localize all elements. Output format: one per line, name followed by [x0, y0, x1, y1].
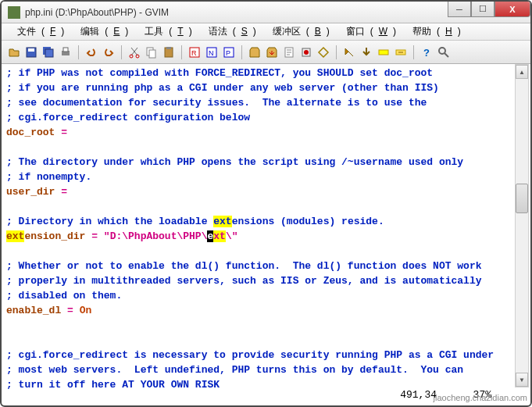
redo-icon[interactable] [101, 45, 116, 60]
scroll-up-button[interactable]: ▲ [516, 65, 528, 79]
editor-line [6, 244, 526, 259]
editor-line: ; turn it off here AT YOUR OWN RISK [6, 377, 526, 392]
menu-help[interactable]: 帮助(H) [402, 23, 466, 40]
menu-edit[interactable]: 编辑(E) [70, 23, 134, 40]
editor-line: doc_root = [6, 125, 526, 140]
save-session-icon[interactable] [264, 45, 280, 60]
script-icon[interactable] [281, 45, 297, 60]
editor-line: ; most web servers. Left undefined, PHP … [6, 362, 526, 377]
watermark: jiaocheng.chazidian.com [434, 393, 527, 402]
window-controls: ─ ☐ X [448, 2, 530, 17]
menu-file[interactable]: 文件(F) [6, 23, 70, 40]
editor-line: ; if PHP was not compiled with FORCE_RED… [6, 66, 526, 80]
svg-rect-9 [149, 50, 155, 58]
editor-line: ; Directory in which the loadable extens… [6, 214, 526, 229]
findprev-icon[interactable]: P [221, 45, 237, 60]
editor-line: ; see documentation for security issues.… [6, 95, 526, 110]
menu-bar: 文件(F) 编辑(E) 工具(T) 语法(S) 缓冲区(B) 窗口(W) 帮助(… [2, 23, 530, 41]
svg-rect-21 [379, 50, 388, 55]
svg-text:?: ? [423, 47, 430, 59]
maximize-button[interactable]: ☐ [471, 2, 495, 17]
close-button[interactable]: X [495, 2, 530, 17]
menu-syntax[interactable]: 语法(S) [198, 23, 262, 40]
toolbar: R N P ? [2, 41, 530, 64]
scroll-thumb[interactable] [516, 184, 528, 213]
editor-line: ; if you are running php as a CGI under … [6, 80, 526, 95]
scrollbar-vertical[interactable]: ▲ ▼ [515, 64, 529, 387]
editor-line: user_dir = [6, 184, 526, 199]
make-icon[interactable] [298, 45, 314, 60]
editor-line [6, 199, 526, 214]
svg-rect-1 [28, 48, 34, 52]
editor-line: ; properly in multithreaded servers, suc… [6, 273, 526, 288]
cursor-position: 491,34 [400, 389, 437, 401]
editor-line [6, 318, 526, 333]
save-icon[interactable] [23, 45, 39, 60]
app-icon [8, 6, 20, 19]
editor-line: ; disabled on them. [6, 288, 526, 303]
hammer-icon[interactable] [341, 45, 357, 60]
cut-icon[interactable] [127, 45, 142, 60]
help-icon[interactable]: ? [419, 45, 434, 60]
replace-icon[interactable]: R [187, 45, 202, 60]
title-bar: php.ini (D:\PhpAbout\PHP) - GVIM ─ ☐ X [2, 2, 530, 23]
separator [241, 45, 242, 59]
print-icon[interactable] [58, 45, 73, 60]
editor-line: extension_dir = "D:\PhpAbout\PHP\ext\" [6, 229, 526, 244]
separator [181, 45, 182, 59]
copy-icon[interactable] [144, 45, 159, 60]
minimize-button[interactable]: ─ [448, 2, 471, 17]
findnext-icon[interactable]: N [204, 45, 220, 60]
editor-line: ; The directory under which PHP opens th… [6, 155, 526, 170]
separator [336, 45, 337, 59]
paste-icon[interactable] [161, 45, 177, 60]
editor-area[interactable]: ; if PHP was not compiled with FORCE_RED… [2, 64, 530, 392]
editor-line: enable_dl = On [6, 303, 526, 318]
svg-rect-5 [63, 48, 68, 52]
menu-tools[interactable]: 工具(T) [134, 23, 197, 40]
svg-text:R: R [191, 49, 197, 57]
editor-line [6, 140, 526, 155]
separator [121, 45, 122, 59]
undo-icon[interactable] [84, 45, 99, 60]
session-icon[interactable] [247, 45, 262, 60]
separator [78, 45, 79, 59]
menu-window[interactable]: 窗口(W) [335, 23, 402, 40]
tag-back-icon[interactable] [393, 45, 409, 60]
editor-line: ; cgi.force_redirect configuration below [6, 110, 526, 125]
saveall-icon[interactable] [41, 45, 56, 60]
svg-point-20 [304, 50, 309, 55]
svg-point-24 [439, 48, 445, 54]
tag-jump-icon[interactable] [359, 45, 374, 60]
svg-rect-11 [166, 47, 171, 49]
open-icon[interactable] [6, 45, 22, 60]
menu-buffers[interactable]: 缓冲区(B) [262, 23, 335, 40]
editor-line [6, 333, 526, 348]
editor-line: ; Whether or not to enable the dl() func… [6, 259, 526, 273]
hl-icon[interactable] [376, 45, 391, 60]
svg-text:N: N [209, 49, 214, 57]
scroll-down-button[interactable]: ▼ [516, 373, 528, 387]
svg-rect-3 [45, 49, 53, 57]
separator [413, 45, 414, 59]
editor-line: ; cgi.force_redirect is necessary to pro… [6, 348, 526, 362]
window-title: php.ini (D:\PhpAbout\PHP) - GVIM [25, 7, 169, 18]
tags-icon[interactable] [316, 45, 331, 60]
svg-text:P: P [226, 49, 230, 57]
editor-line: ; if nonempty. [6, 170, 526, 184]
find-help-icon[interactable] [436, 45, 452, 60]
